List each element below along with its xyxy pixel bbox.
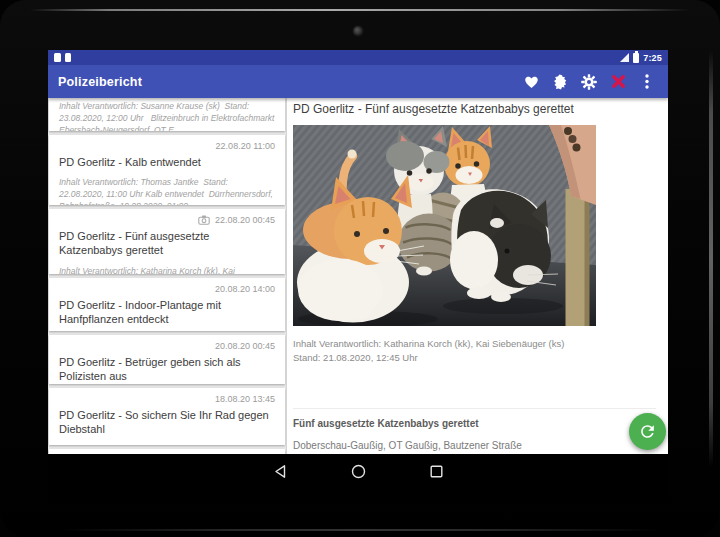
article-location: Doberschau-Gaußig, OT Gaußig, Bautzener … [293, 439, 668, 454]
tablet-edge-highlight [30, 9, 690, 11]
report-list: Inhalt Verantwortlich: Susanne Krause (s… [48, 98, 287, 454]
red-x-icon [611, 74, 626, 89]
back-button[interactable] [272, 463, 288, 479]
list-item[interactable]: 20.08.20 00:45 PD Goerlitz - Betrüger ge… [49, 335, 285, 384]
list-item-timestamp: 22.08.20 00:45 [215, 215, 275, 225]
notification-icon [54, 53, 61, 62]
divider [293, 408, 656, 409]
signal-icon [620, 53, 629, 62]
list-item-subtext: Inhalt Verantwortlich: Thomas Jantke Sta… [59, 177, 275, 205]
list-item[interactable]: 22.08.20 00:45 PD Goerlitz - Fünf ausges… [49, 209, 285, 274]
article-byline: Inhalt Verantwortlich: Katharina Korch (… [293, 337, 668, 351]
overflow-menu-icon [645, 74, 649, 89]
recents-icon [430, 465, 443, 478]
list-item[interactable]: 22.08.20 11:00 PD Goerlitz - Kalb entwen… [49, 135, 285, 205]
article-stand: Stand: 21.08.2020, 12:45 Uhr [293, 351, 668, 365]
article-datetime: 20.08.2020, 13:00 Uhr [293, 453, 668, 454]
article-pane: PD Goerlitz - Fünf ausgesetzte Katzenbab… [287, 98, 668, 454]
list-item-subtext: Inhalt Verantwortlich: Katharina Korch (… [59, 266, 275, 274]
list-item-timestamp: 18.08.20 13:45 [215, 394, 275, 404]
app-bar-actions [523, 74, 658, 90]
refresh-icon [638, 422, 657, 441]
gear-icon [581, 74, 597, 90]
settings-button[interactable] [581, 74, 597, 90]
list-item[interactable]: Inhalt Verantwortlich: Susanne Krause (s… [49, 98, 285, 131]
front-camera [353, 26, 363, 36]
heart-icon [524, 75, 539, 89]
region-button[interactable] [552, 74, 568, 90]
tablet-edge-highlight [709, 50, 713, 467]
kittens-photo[interactable] [293, 125, 596, 326]
battery-icon [633, 53, 639, 63]
list-item-title: PD Goerlitz - Indoor-Plantage mit Hanfpf… [59, 298, 275, 327]
list-item-subtext: Inhalt Verantwortlich: Susanne Krause (s… [59, 101, 275, 131]
app-title: Polizeibericht [58, 75, 142, 89]
list-item[interactable]: 17.08.20 14:30 [49, 449, 285, 454]
list-item-title: PD Goerlitz - Kalb entwendet [59, 155, 275, 169]
article-title: PD Goerlitz - Fünf ausgesetzte Katzenbab… [293, 102, 668, 116]
favorites-button[interactable] [523, 74, 539, 90]
screen: 7:25 Polizeibericht [48, 50, 668, 505]
close-button[interactable] [610, 74, 626, 90]
home-button[interactable] [350, 463, 366, 479]
list-item-timestamp: 22.08.20 11:00 [216, 141, 275, 151]
status-bar: 7:25 [48, 50, 668, 65]
content-area: Inhalt Verantwortlich: Susanne Krause (s… [48, 98, 668, 454]
article-section-heading: Fünf ausgesetzte Katzenbabys gerettet [293, 418, 668, 429]
kittens-illustration [293, 125, 596, 326]
list-item-title: PD Goerlitz - Betrüger geben sich als Po… [59, 355, 275, 384]
app-bar: Polizeibericht [48, 65, 668, 98]
tablet-edge-highlight [60, 529, 660, 531]
android-nav-bar [48, 454, 668, 505]
notification-icon [65, 53, 71, 62]
photo-backdrop: 7:25 Polizeibericht [0, 0, 720, 537]
list-item-title: PD Goerlitz - Fünf ausgesetzte Katzenbab… [59, 229, 275, 258]
overflow-menu-button[interactable] [639, 74, 655, 90]
list-item[interactable]: 20.08.20 14:00 PD Goerlitz - Indoor-Plan… [49, 278, 285, 331]
list-item-timestamp: 20.08.20 14:00 [215, 284, 275, 294]
clock: 7:25 [643, 53, 662, 63]
back-icon [273, 464, 287, 479]
photo-attachment-icon [198, 215, 210, 225]
germany-map-icon [553, 74, 567, 90]
list-item-timestamp: 20.08.20 00:45 [215, 341, 275, 351]
recents-button[interactable] [428, 463, 444, 479]
list-item-title: PD Goerlitz - So sichern Sie Ihr Rad geg… [59, 408, 275, 437]
home-icon [351, 464, 366, 479]
refresh-fab[interactable] [629, 413, 666, 450]
list-item[interactable]: 18.08.20 13:45 PD Goerlitz - So sichern … [49, 388, 285, 445]
